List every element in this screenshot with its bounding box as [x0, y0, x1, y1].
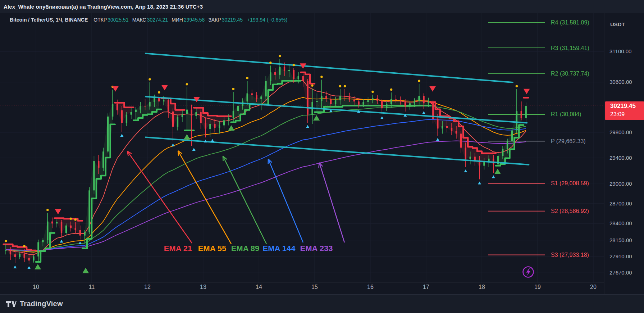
ema-label: EMA 144 — [263, 244, 296, 253]
time-tick-label: 18 — [479, 284, 485, 290]
time-tick-label: 16 — [367, 284, 374, 290]
pivot-label-S3: S3 (27,933.18) — [551, 252, 589, 258]
price-tick-label: 27670.00 — [609, 269, 632, 276]
price-tick-label: 28700.00 — [609, 200, 632, 207]
pivot-label-R1: R1 (30,084) — [551, 111, 581, 117]
open-value: 30025.51 — [108, 17, 128, 23]
low-label: МИН — [172, 17, 183, 23]
price-tick-label: 31100.00 — [609, 48, 631, 54]
pivot-label-R3: R3 (31,159.41) — [551, 45, 589, 51]
candle-countdown: 23:09 — [610, 111, 625, 117]
ema-label: EMA 55 — [198, 244, 227, 253]
ema-label: EMA 21 — [164, 244, 192, 253]
high-label: МАКС — [132, 17, 146, 23]
pivot-label-S2: S2 (28,586.92) — [551, 208, 589, 214]
time-tick-label: 20 — [590, 284, 597, 290]
price-tick-label: 28150.00 — [609, 237, 632, 243]
tradingview-published-chart: Alex_Whale опубликовал(а) на TradingView… — [0, 0, 644, 313]
price-tick-label: 28400.00 — [609, 220, 632, 226]
price-tick-label: 30600.00 — [609, 79, 632, 85]
chart-canvas[interactable]: USDT31100.0030600.0029800.0029400.002900… — [0, 0, 644, 313]
last-price-value: 30219.45 — [610, 103, 636, 109]
ema-label: EMA 233 — [300, 244, 333, 253]
pivot-label-R4: R4 (31,581.09) — [551, 19, 589, 26]
symbol-legend[interactable]: Bitcoin / TetherUS, 1Ч, BINANCE ОТКР3002… — [10, 17, 287, 23]
close-label: ЗАКР — [208, 17, 221, 23]
symbol-title[interactable]: Bitcoin / TetherUS, 1Ч, BINANCE — [10, 17, 88, 23]
low-value: 29945.58 — [184, 17, 205, 23]
price-tick-label: 29400.00 — [609, 155, 632, 161]
price-tick-label: 27910.00 — [609, 253, 632, 259]
time-tick-label: 11 — [89, 284, 95, 290]
time-tick-label: 19 — [534, 284, 541, 290]
time-tick-label: 13 — [200, 284, 206, 290]
pivot-label-S1: S1 (29,008.59) — [551, 180, 589, 186]
time-tick-label: 10 — [33, 284, 39, 290]
time-tick-label: 15 — [311, 284, 318, 290]
close-value: 30219.45 — [222, 17, 243, 23]
ema-label: EMA 89 — [231, 244, 260, 253]
time-tick-label: 12 — [144, 284, 151, 290]
high-value: 30274.21 — [147, 17, 168, 23]
pivot-label-P: P (29,662.33) — [551, 138, 586, 144]
time-tick-label: 17 — [423, 284, 429, 290]
axis-currency-label: USDT — [610, 21, 625, 27]
price-tick-label: 29800.00 — [609, 129, 632, 135]
price-tick-label: 29000.00 — [609, 181, 632, 187]
change-value: +193.94 (+0.65%) — [247, 17, 287, 23]
pivot-label-R2: R2 (30,737.74) — [551, 71, 589, 77]
time-tick-label: 14 — [256, 284, 262, 290]
open-label: ОТКР — [93, 17, 107, 23]
